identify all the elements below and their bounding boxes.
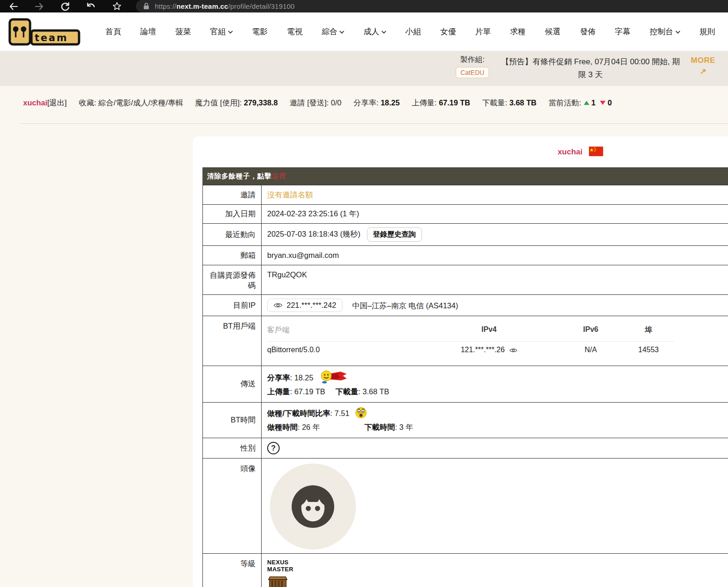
table-row-join-date: 加入日期 2024-02-23 23:25:16 (1 年): [203, 205, 728, 224]
nav-item-adult[interactable]: 成人: [364, 26, 386, 37]
china-flag-icon: [589, 147, 603, 159]
join-date-value: 2024-02-23 23:25:16 (1 年): [262, 205, 728, 224]
nav-item-candidates[interactable]: 候選: [545, 26, 561, 37]
col-header-ipv4: IPv4: [482, 325, 497, 333]
ip-location: 中国–江苏–南京 电信 (AS4134): [352, 301, 458, 310]
ipv6-value: N/A: [558, 342, 623, 359]
nav-item-actress[interactable]: 女優: [440, 26, 456, 37]
notice-text: 清除多餘種子，點擊: [207, 172, 272, 180]
chevron-down-icon: [228, 31, 233, 34]
nav-item-movies[interactable]: 電影: [252, 26, 268, 37]
refresh-icon[interactable]: [60, 1, 70, 12]
bt-time-ratio-line: 做種/下載時間比率: 7.51: [267, 406, 728, 420]
row-label: 加入日期: [203, 205, 262, 224]
notice-here-link[interactable]: 這裡: [272, 172, 286, 180]
eye-icon: [274, 302, 282, 308]
row-label: 自購資源發佈碼: [203, 265, 262, 295]
announcement-text: 【預告】有條件促銷 Free, 07月04日 00:00 開始, 期限 3 天: [499, 55, 682, 81]
nav-item-lists[interactable]: 片單: [475, 26, 491, 37]
mteam-logo[interactable]: team: [8, 18, 80, 46]
seeding-up-icon: [584, 101, 589, 105]
invites: 邀請 [發送]: 0/0: [290, 98, 342, 108]
arrow-up-right-icon: ↗: [688, 67, 718, 76]
favorites[interactable]: 收藏: 綜合/電影/成人/求種/專輯: [79, 98, 183, 108]
announcement-group: 製作組: CatEDU: [452, 55, 493, 78]
page: https://next.m-team.cc/profile/detail/31…: [0, 0, 728, 587]
group-label: 製作組:: [452, 55, 493, 65]
profile-username-link[interactable]: xuchai: [557, 147, 582, 156]
profile-username: xuchai: [193, 147, 603, 159]
row-label: 郵箱: [203, 246, 262, 265]
nav-item-rules[interactable]: 規則: [699, 26, 715, 37]
release-code-value: TRgu2QOK: [262, 265, 728, 295]
transfer-ratio-line: 分享率: 18.25: [267, 370, 728, 385]
browser-toolbar: https://next.m-team.cc/profile/detail/31…: [0, 0, 728, 12]
col-header-port: 埠: [645, 326, 652, 334]
address-bar[interactable]: https://next.m-team.cc/profile/detail/31…: [136, 0, 728, 12]
undo-icon[interactable]: [86, 1, 96, 12]
level-crate-icon: [267, 573, 288, 587]
bt-client-data-row: qBittorrent/5.0.0 121.***.***.26 N/A 145…: [267, 342, 674, 359]
ip-value: 221.***.***.242: [287, 301, 336, 310]
lock-icon: [143, 3, 149, 10]
nav-item-groups[interactable]: 小組: [405, 26, 421, 37]
nav-item-misc[interactable]: 綜合: [322, 26, 344, 37]
row-label: 傳送: [203, 366, 262, 403]
port-value: 14553: [623, 342, 674, 359]
invite-value: 沒有邀請名額: [262, 185, 728, 205]
nav-item-upload[interactable]: 發佈: [580, 26, 596, 37]
row-label: 頭像: [203, 459, 262, 554]
login-history-button[interactable]: 登錄歷史查詢: [367, 227, 422, 242]
row-label: 目前IP: [203, 295, 262, 316]
shocked-smiley-emoji: [355, 407, 367, 419]
row-label: 最近動向: [203, 224, 262, 246]
nav-item-bocai[interactable]: 菠菜: [175, 26, 191, 37]
row-label: 性別: [203, 438, 262, 459]
nav-item-home[interactable]: 首頁: [105, 26, 121, 37]
nav-item-forum[interactable]: 論壇: [141, 26, 156, 37]
table-row-bt-client: BT用戶端 客戶端 IPv4 IPv6 埠 qBittorrent/5.0.0: [203, 316, 728, 366]
eye-icon[interactable]: [509, 348, 517, 353]
forward-icon[interactable]: [34, 1, 44, 12]
bonus-points: 魔力值 [使用]: 279,338.8: [195, 98, 278, 108]
nav-item-subtitles[interactable]: 字幕: [615, 26, 630, 37]
back-icon[interactable]: [8, 1, 18, 12]
bt-time-duration-line: 做種時間: 26 年下載時間: 3 年: [267, 420, 728, 434]
username-link[interactable]: xuchai: [23, 98, 47, 107]
avatar: [270, 464, 356, 550]
nav-item-tv[interactable]: 電視: [287, 26, 303, 37]
row-label: BT時間: [203, 403, 262, 438]
more-link[interactable]: MORE ↗: [688, 56, 718, 76]
chevron-down-icon: [675, 31, 680, 34]
email-value: bryan.xu@gmail.com: [262, 246, 728, 265]
default-face-icon: [291, 484, 335, 529]
main-content: xuchai 清除多餘種子，點擊這裡 邀請 沒有邀請名額 加入日期 2024-0…: [0, 124, 728, 587]
table-row-avatar: 頭像: [203, 459, 728, 554]
site-nav: team 首頁 論壇 菠菜 官組 電影 電視 綜合 成人 小組 女優 片單 求種…: [0, 12, 728, 51]
uploaded: 上傳量: 67.19 TB: [412, 98, 471, 108]
nav-item-control-panel[interactable]: 控制台: [650, 26, 680, 37]
table-row-current-ip: 目前IP 221.***.***.242 中国–江苏–南京 电信 (AS4134…: [203, 295, 728, 316]
table-row-last-seen: 最近動向 2025-07-03 18:18:43 (幾秒)登錄歷史查詢: [203, 224, 728, 246]
announcement-bar: 製作組: CatEDU 【預告】有條件促銷 Free, 07月04日 00:00…: [0, 51, 728, 86]
transfer-volume-line: 上傳量: 67.19 TB下載量: 3.68 TB: [267, 385, 728, 398]
nav-item-official-group[interactable]: 官組: [210, 26, 233, 37]
nav-menu: 首頁 論壇 菠菜 官組 電影 電視 綜合 成人 小組 女優 片單 求種 候選 發…: [105, 26, 715, 37]
group-badge-catedu[interactable]: CatEDU: [456, 67, 489, 78]
col-header-ipv6: IPv6: [583, 325, 599, 333]
level-name: NEXUSMASTER: [267, 559, 728, 573]
table-row-level: 等級 NEXUSMASTER: [203, 554, 728, 587]
bt-client-header-row: 客戶端 IPv4 IPv6 埠: [267, 321, 674, 342]
table-row-email: 郵箱 bryan.xu@gmail.com: [203, 246, 728, 265]
downloaded: 下載量: 3.68 TB: [482, 98, 536, 108]
ipv4-value: 121.***.***.26: [461, 346, 505, 354]
row-label: 邀請: [203, 185, 262, 205]
bookmark-star-icon[interactable]: [112, 1, 122, 12]
url-text: https://next.m-team.cc/profile/detail/31…: [155, 2, 294, 10]
nav-item-requests[interactable]: 求種: [510, 26, 526, 37]
ip-pill[interactable]: 221.***.***.242: [267, 299, 343, 312]
user-stats-bar: xuchai[退出] 收藏: 綜合/電影/成人/求種/專輯 魔力值 [使用]: …: [0, 86, 728, 124]
logout-link[interactable]: [退出]: [47, 98, 67, 107]
bt-client-table: 客戶端 IPv4 IPv6 埠 qBittorrent/5.0.0 121.**…: [267, 321, 674, 358]
chevron-down-icon: [381, 31, 386, 34]
